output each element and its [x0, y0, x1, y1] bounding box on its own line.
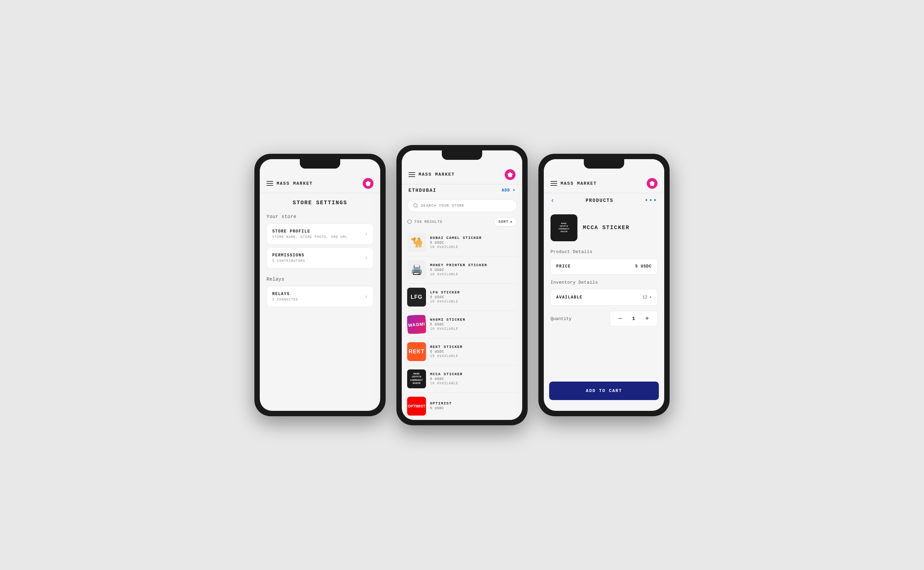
product-detail-header: ‹ PRODUCTS ••• [544, 193, 664, 208]
phone-3: MASS MARKET ‹ PRODUCTS ••• MAKECRYPTOCUR… [538, 154, 670, 416]
store-profile-content: STORE PROFILE STORE NAME, STORE PHOTO, A… [272, 229, 348, 239]
product-info-0: DUBAI CAMEL STICKER 5 USDC 10 AVAILABLE [430, 236, 482, 249]
header-left-3: MASS MARKET [550, 181, 597, 186]
app-title-1: MASS MARKET [277, 181, 313, 186]
app-header-2: MASS MARKET [402, 165, 522, 184]
phone-1: MASS MARKET STORE SETTINGS Your store ST… [254, 154, 386, 416]
svg-marker-1 [508, 172, 513, 177]
inventory-row: AVAILABLE 12 ▾ [550, 289, 657, 305]
quantity-value: 1 [630, 316, 637, 321]
list-item[interactable]: MAKECRYPTOCURRENCYAGAIN MCCA STICKER 5 U… [407, 365, 517, 393]
svg-point-2 [414, 204, 417, 207]
list-item[interactable]: OPTIMIST OPTIMIST 5 USDC [407, 393, 517, 420]
product-list: 🐪 DUBAI CAMEL STICKER 5 USDC 10 AVAILABL… [402, 229, 522, 420]
available-label: AVAILABLE [556, 295, 582, 300]
products-page-title: PRODUCTS [585, 198, 613, 203]
store-profile-card[interactable]: STORE PROFILE STORE NAME, STORE PHOTO, A… [267, 224, 374, 245]
list-item[interactable]: 🐪 DUBAI CAMEL STICKER 5 USDC 10 AVAILABL… [407, 229, 517, 256]
hamburger-menu-3[interactable] [550, 181, 557, 186]
product-hero-image: MAKECRYPTOCURRENCYAGAIN [550, 215, 578, 241]
product-thumb-camel: 🐪 [407, 233, 426, 252]
header-left-2: MASS MARKET [409, 172, 455, 177]
list-item[interactable]: REKT REKT STICKER 5 USDC 10 AVAILABLE [407, 338, 517, 365]
product-hero-name: MCCA STICKER [583, 224, 630, 231]
results-count: ⬡ 736 RESULTS [407, 218, 443, 225]
store-name: ETHDUBAI [409, 188, 437, 193]
price-row: PRICE 5 USDC [550, 258, 657, 274]
product-thumb-lfg: LFG [407, 288, 426, 306]
phone-3-screen: MASS MARKET ‹ PRODUCTS ••• MAKECRYPTOCUR… [544, 159, 664, 411]
product-thumb-printer: 🖨️ [407, 260, 426, 279]
product-thumb-optimist: OPTIMIST [407, 397, 426, 415]
relays-title: RELAYS [272, 292, 298, 296]
quantity-label: Quantity [550, 316, 572, 321]
permissions-content: PERMISSIONS 5 CONTRIBUTORS [272, 253, 305, 263]
chevron-right-icon-3: › [365, 294, 368, 300]
relays-content: RELAYS 3 CONNECTED [272, 292, 298, 302]
your-store-section: Your store STORE PROFILE STORE NAME, STO… [267, 214, 374, 268]
permissions-card[interactable]: PERMISSIONS 5 CONTRIBUTORS › [267, 247, 374, 268]
detail-content: MAKECRYPTOCURRENCYAGAIN MCCA STICKER Pro… [544, 208, 664, 411]
product-info-3: WAGMI STICKER 5 USDC 10 AVAILABLE [430, 318, 465, 331]
quantity-increase-button[interactable]: + [642, 314, 652, 323]
gem-icon-1[interactable] [363, 178, 374, 189]
permissions-title: PERMISSIONS [272, 253, 305, 258]
gem-icon-2[interactable] [505, 169, 515, 180]
product-thumb-wagmi: WAGMI [407, 315, 426, 334]
available-value-container[interactable]: 12 ▾ [642, 295, 652, 300]
svg-marker-0 [366, 181, 371, 186]
your-store-label: Your store [267, 214, 374, 219]
more-options-button[interactable]: ••• [645, 197, 657, 204]
settings-content: STORE SETTINGS Your store STORE PROFILE … [260, 193, 380, 411]
list-item[interactable]: WAGMI WAGMI STICKER 5 USDC 10 AVAILABLE [407, 311, 517, 338]
product-thumb-rekt: REKT [407, 342, 426, 361]
product-info-4: REKT STICKER 5 USDC 10 AVAILABLE [430, 345, 463, 358]
store-header: ETHDUBAI ADD + [402, 184, 522, 196]
permissions-subtitle: 5 CONTRIBUTORS [272, 259, 305, 263]
price-label: PRICE [556, 264, 571, 269]
relays-section: Relays RELAYS 3 CONNECTED › [267, 277, 374, 307]
list-item[interactable]: LFG LFG STICKER 5 USDC 10 AVAILABLE [407, 283, 517, 311]
app-header-1: MASS MARKET [260, 174, 380, 193]
sort-button[interactable]: SORT ▾ [494, 218, 517, 227]
product-info-6: OPTIMIST 5 USDC [430, 401, 452, 411]
relays-label: Relays [267, 277, 374, 282]
add-to-cart-button[interactable]: ADD TO CART [549, 382, 659, 400]
inventory-details-heading: Inventory Details [550, 280, 657, 285]
list-item[interactable]: 🖨️ MONEY PRINTER STICKER 5 USDC 10 AVAIL… [407, 256, 517, 283]
relays-subtitle: 3 CONNECTED [272, 298, 298, 302]
search-icon [413, 203, 418, 208]
gem-icon-3[interactable] [647, 178, 657, 189]
search-bar[interactable] [407, 199, 517, 212]
header-left-1: MASS MARKET [267, 181, 313, 186]
svg-marker-4 [650, 181, 655, 186]
add-button[interactable]: ADD + [502, 188, 515, 193]
quantity-row: Quantity − 1 + [550, 311, 657, 326]
phone-1-screen: MASS MARKET STORE SETTINGS Your store ST… [260, 159, 380, 411]
product-info-2: LFG STICKER 5 USDC 10 AVAILABLE [430, 290, 460, 303]
store-profile-title: STORE PROFILE [272, 229, 348, 234]
phone-notch-1 [300, 159, 340, 169]
back-button[interactable]: ‹ [550, 196, 555, 204]
settings-title: STORE SETTINGS [267, 200, 374, 206]
product-thumb-mcca: MAKECRYPTOCURRENCYAGAIN [407, 369, 426, 388]
results-bar: ⬡ 736 RESULTS SORT ▾ [402, 215, 522, 229]
hamburger-menu-2[interactable] [409, 172, 415, 177]
chevron-down-icon-inv: ▾ [650, 295, 652, 300]
chevron-right-icon: › [365, 231, 368, 237]
quantity-controls: − 1 + [610, 311, 657, 326]
relays-card[interactable]: RELAYS 3 CONNECTED › [267, 286, 374, 307]
phone-2: MASS MARKET ETHDUBAI ADD + ⬡ 736 RESU [396, 145, 528, 425]
svg-line-3 [417, 207, 418, 208]
hamburger-menu-1[interactable] [267, 181, 273, 186]
quantity-decrease-button[interactable]: − [616, 314, 625, 323]
price-value: 5 USDC [635, 264, 652, 269]
product-info-1: MONEY PRINTER STICKER 5 USDC 10 AVAILABL… [430, 263, 487, 276]
app-header-3: MASS MARKET [544, 174, 664, 193]
phone-notch-3 [584, 159, 624, 169]
product-details-heading: Product Details [550, 249, 657, 254]
available-number: 12 [642, 295, 647, 300]
cube-icon: ⬡ [407, 218, 412, 225]
product-hero: MAKECRYPTOCURRENCYAGAIN MCCA STICKER [550, 215, 657, 241]
search-input[interactable] [421, 204, 511, 208]
